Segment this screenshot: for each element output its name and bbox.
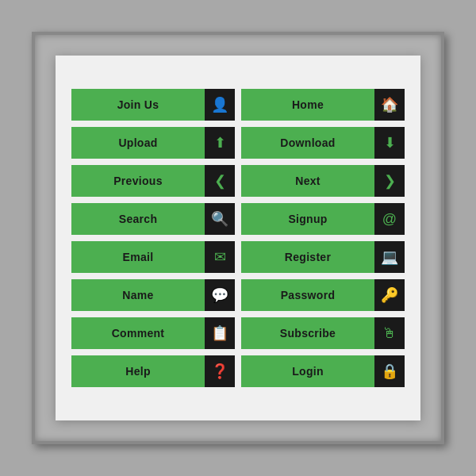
search-button[interactable]: Search🔍 (71, 203, 235, 235)
button-label: Comment (71, 317, 205, 349)
register-button[interactable]: Register💻 (241, 241, 405, 273)
join-us-icon: 👤 (205, 89, 235, 121)
email-button[interactable]: Email✉ (71, 241, 235, 273)
upload-button[interactable]: Upload⬆ (71, 127, 235, 159)
search-icon: 🔍 (205, 203, 235, 235)
button-label: Register (241, 241, 374, 273)
button-label: Home (241, 89, 374, 121)
button-label: Password (241, 279, 374, 311)
home-button[interactable]: Home🏠 (241, 89, 405, 121)
subscribe-button[interactable]: Subscribe🖱 (241, 317, 405, 349)
name-icon: 💬 (205, 279, 235, 311)
upload-icon: ⬆ (205, 127, 235, 159)
button-label: Upload (71, 127, 205, 159)
password-button[interactable]: Password🔑 (241, 279, 405, 311)
next-icon: ❯ (374, 165, 405, 197)
previous-icon: ❮ (205, 165, 235, 197)
signup-icon: @ (374, 203, 405, 235)
home-icon: 🏠 (374, 89, 405, 121)
password-icon: 🔑 (374, 279, 405, 311)
button-label: Login (241, 355, 374, 387)
button-label: Next (241, 165, 374, 197)
previous-button[interactable]: Previous❮ (71, 165, 235, 197)
download-button[interactable]: Download⬇ (241, 127, 405, 159)
name-button[interactable]: Name💬 (71, 279, 235, 311)
button-label: Email (71, 241, 205, 273)
subscribe-icon: 🖱 (374, 317, 405, 349)
download-icon: ⬇ (374, 127, 405, 159)
button-label: Subscribe (241, 317, 374, 349)
register-icon: 💻 (374, 241, 405, 273)
login-button[interactable]: Login🔒 (241, 355, 405, 387)
inner-card: Join Us👤Home🏠Upload⬆Download⬇Previous❮Ne… (56, 56, 420, 420)
login-icon: 🔒 (374, 355, 405, 387)
help-button[interactable]: Help❓ (71, 355, 235, 387)
help-icon: ❓ (205, 355, 235, 387)
button-label: Previous (71, 165, 205, 197)
button-label: Join Us (71, 89, 205, 121)
button-label: Signup (241, 203, 374, 235)
button-label: Help (71, 355, 205, 387)
button-label: Name (71, 279, 205, 311)
button-label: Download (241, 127, 374, 159)
next-button[interactable]: Next❯ (241, 165, 405, 197)
comment-icon: 📋 (205, 317, 235, 349)
outer-frame: Join Us👤Home🏠Upload⬆Download⬇Previous❮Ne… (32, 32, 444, 444)
comment-button[interactable]: Comment📋 (71, 317, 235, 349)
email-icon: ✉ (205, 241, 235, 273)
button-grid: Join Us👤Home🏠Upload⬆Download⬇Previous❮Ne… (56, 73, 420, 403)
signup-button[interactable]: Signup@ (241, 203, 405, 235)
button-label: Search (71, 203, 205, 235)
join-us-button[interactable]: Join Us👤 (71, 89, 235, 121)
